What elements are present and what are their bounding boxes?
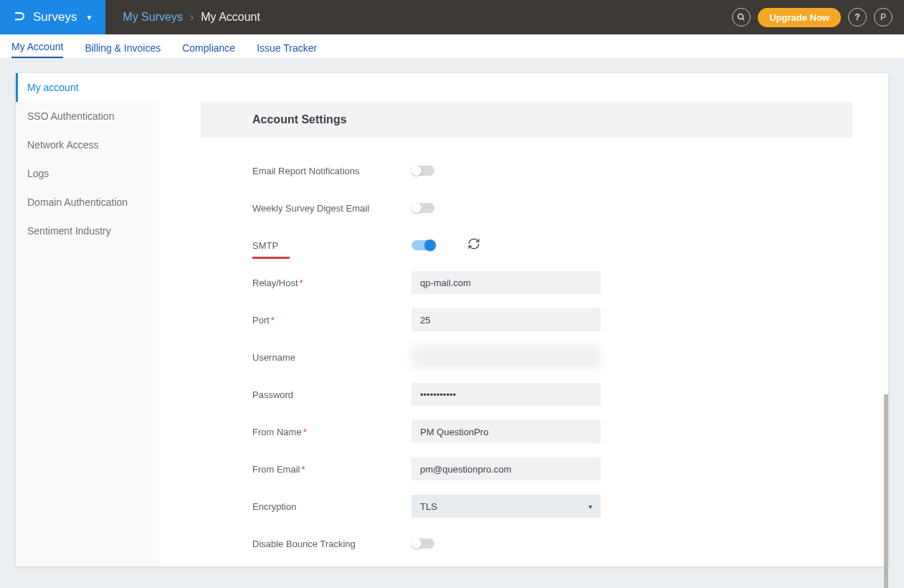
avatar-letter: P: [880, 12, 886, 22]
label-encryption: Encryption: [252, 501, 411, 512]
label-from-email: From Email*: [252, 464, 411, 475]
sidebar-item-my-account[interactable]: My account: [16, 73, 159, 102]
subnav-billing[interactable]: Billing & Invoices: [85, 42, 161, 58]
sidebar-item-sentiment[interactable]: Sentiment Industry: [16, 217, 159, 245]
svg-point-0: [738, 14, 743, 19]
label-username: Username: [252, 352, 411, 363]
input-username[interactable]: [411, 346, 601, 369]
label-email-notifications: Email Report Notifications: [252, 166, 411, 176]
breadcrumb: My Surveys › My Account: [105, 11, 260, 24]
input-password[interactable]: [411, 383, 601, 406]
profile-button[interactable]: P: [874, 8, 893, 27]
sidebar-item-logs[interactable]: Logs: [16, 159, 159, 188]
toggle-weekly-digest[interactable]: [411, 203, 434, 213]
sidebar: My account SSO Authentication Network Ac…: [16, 73, 159, 566]
label-from-name: From Name*: [252, 427, 411, 437]
subnav-issue-tracker[interactable]: Issue Tracker: [257, 42, 317, 58]
upgrade-button[interactable]: Upgrade Now: [758, 8, 841, 27]
sidebar-item-domain-auth[interactable]: Domain Authentication: [16, 188, 159, 217]
sub-nav: My Account Billing & Invoices Compliance…: [0, 34, 904, 59]
refresh-button[interactable]: [467, 237, 480, 253]
scrollbar[interactable]: [884, 394, 888, 588]
select-encryption-value: TLS: [420, 501, 437, 512]
content-card: My account SSO Authentication Network Ac…: [16, 73, 888, 566]
breadcrumb-parent[interactable]: My Surveys: [123, 11, 183, 24]
toggle-disable-bounce[interactable]: [411, 539, 434, 549]
subnav-compliance[interactable]: Compliance: [182, 42, 235, 58]
top-bar: Surveys ▼ My Surveys › My Account Upgrad…: [0, 0, 904, 34]
label-password: Password: [252, 389, 411, 400]
sidebar-item-sso[interactable]: SSO Authentication: [16, 102, 159, 131]
chevron-down-icon: ▼: [85, 14, 92, 22]
sidebar-item-network[interactable]: Network Access: [16, 131, 159, 159]
caret-down-icon: ▾: [589, 503, 592, 511]
main-panel: Account Settings Email Report Notificati…: [159, 73, 888, 566]
input-from-email[interactable]: [411, 457, 601, 480]
search-button[interactable]: [732, 8, 751, 27]
label-relay-host: Relay/Host*: [252, 278, 411, 288]
brand-dropdown[interactable]: Surveys ▼: [0, 0, 105, 34]
label-port: Port*: [252, 315, 411, 326]
top-right-actions: Upgrade Now ? P: [732, 8, 904, 27]
toggle-email-notifications[interactable]: [411, 166, 434, 176]
section-title: Account Settings: [201, 102, 852, 138]
refresh-icon: [467, 237, 480, 250]
svg-line-1: [743, 19, 745, 21]
subnav-my-account[interactable]: My Account: [11, 41, 63, 58]
input-from-name[interactable]: [411, 420, 601, 443]
input-port[interactable]: [411, 308, 601, 331]
brand-label: Surveys: [33, 10, 77, 24]
settings-form: Email Report Notifications Weekly Survey…: [201, 138, 852, 562]
label-smtp: SMTP: [252, 240, 290, 259]
toggle-smtp[interactable]: [411, 240, 434, 250]
breadcrumb-current: My Account: [201, 11, 260, 24]
input-relay-host[interactable]: [411, 271, 601, 294]
help-icon: ?: [855, 12, 860, 22]
search-icon: [737, 13, 746, 22]
help-button[interactable]: ?: [848, 8, 867, 27]
label-disable-bounce: Disable Bounce Tracking: [252, 539, 411, 549]
chevron-right-icon: ›: [190, 11, 194, 24]
select-encryption[interactable]: TLS ▾: [411, 495, 601, 518]
brand-logo-icon: [13, 11, 26, 24]
label-weekly-digest: Weekly Survey Digest Email: [252, 203, 411, 214]
